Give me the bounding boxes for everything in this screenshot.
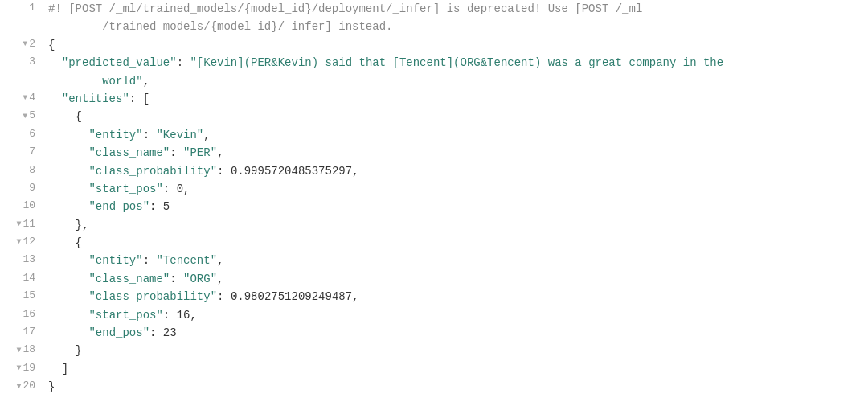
line-num-text: 16 bbox=[23, 306, 35, 323]
line-18: 18 } bbox=[0, 342, 868, 359]
line-15: 15 "class_probability": 0.98027512092494… bbox=[0, 288, 868, 306]
line-content-8: "class_probability": 0.9995720485375297, bbox=[42, 162, 868, 180]
line-5: 5 { bbox=[0, 108, 868, 125]
line-number-16: 16 bbox=[0, 306, 42, 323]
line-number-5: 5 bbox=[0, 108, 42, 125]
collapse-arrow-12[interactable] bbox=[16, 236, 21, 248]
line-num-text: 7 bbox=[29, 144, 35, 161]
collapse-arrow-18[interactable] bbox=[16, 344, 21, 357]
line-num-text: 4 bbox=[29, 90, 35, 107]
line-number-10: 10 bbox=[0, 198, 42, 215]
line-number-1: 1 bbox=[0, 0, 42, 17]
line-content-12: { bbox=[42, 234, 868, 252]
line-content-5: { bbox=[42, 108, 868, 125]
line-num-text: 10 bbox=[23, 198, 35, 215]
line-num-text: 2 bbox=[29, 36, 35, 53]
line-content-20: } bbox=[42, 378, 868, 396]
line-num-text: 17 bbox=[23, 324, 35, 341]
line-number-13: 13 bbox=[0, 252, 42, 269]
collapse-arrow-2[interactable] bbox=[23, 38, 27, 51]
line-number-2: 2 bbox=[0, 36, 42, 53]
line-number-15: 15 bbox=[0, 288, 42, 305]
line-10: 10 "end_pos": 5 bbox=[0, 198, 868, 215]
line-content-11: }, bbox=[42, 216, 868, 234]
collapse-arrow-19[interactable] bbox=[16, 362, 21, 375]
line-number-18: 18 bbox=[0, 342, 42, 359]
line-content-3: "predicted_value": "[Kevin](PER&Kevin) s… bbox=[42, 54, 868, 90]
line-number-8: 8 bbox=[0, 162, 42, 179]
line-9: 9 "start_pos": 0, bbox=[0, 180, 868, 198]
line-num-text: 9 bbox=[29, 180, 35, 197]
collapse-arrow-20[interactable] bbox=[16, 380, 21, 393]
line-num-text: 12 bbox=[23, 234, 35, 251]
line-6: 6 "entity": "Kevin", bbox=[0, 126, 868, 144]
line-20: 20 } bbox=[0, 378, 868, 396]
line-19: 19 ] bbox=[0, 360, 868, 378]
line-content-4: "entities": [ bbox=[42, 90, 868, 108]
line-content-16: "start_pos": 16, bbox=[42, 306, 868, 324]
collapse-arrow-5[interactable] bbox=[23, 110, 27, 123]
line-3: 3 "predicted_value": "[Kevin](PER&Kevin)… bbox=[0, 54, 868, 90]
line-number-11: 11 bbox=[0, 216, 42, 233]
line-num-text: 11 bbox=[23, 216, 35, 233]
line-number-20: 20 bbox=[0, 378, 42, 395]
line-number-19: 19 bbox=[0, 360, 42, 377]
line-content-1: #! [POST /_ml/trained_models/{model_id}/… bbox=[42, 0, 868, 36]
line-number-14: 14 bbox=[0, 270, 42, 287]
collapse-arrow-11[interactable] bbox=[16, 218, 21, 231]
line-content-15: "class_probability": 0.9802751209249487, bbox=[42, 288, 868, 306]
line-13: 13 "entity": "Tencent", bbox=[0, 252, 868, 269]
line-8: 8 "class_probability": 0.999572048537529… bbox=[0, 162, 868, 180]
line-content-17: "end_pos": 23 bbox=[42, 324, 868, 342]
line-content-6: "entity": "Kevin", bbox=[42, 126, 868, 144]
line-num-text: 6 bbox=[29, 126, 35, 143]
line-4: 4 "entities": [ bbox=[0, 90, 868, 108]
line-number-17: 17 bbox=[0, 324, 42, 341]
line-16: 16 "start_pos": 16, bbox=[0, 306, 868, 324]
line-content-9: "start_pos": 0, bbox=[42, 180, 868, 198]
line-content-13: "entity": "Tencent", bbox=[42, 252, 868, 269]
line-17: 17 "end_pos": 23 bbox=[0, 324, 868, 342]
line-content-7: "class_name": "PER", bbox=[42, 144, 868, 162]
line-num-text: 3 bbox=[29, 54, 35, 71]
line-11: 11 }, bbox=[0, 216, 868, 234]
line-num-text: 18 bbox=[23, 342, 35, 359]
line-number-9: 9 bbox=[0, 180, 42, 197]
line-2: 2 { bbox=[0, 36, 868, 54]
line-num-text: 5 bbox=[29, 108, 35, 125]
line-content-10: "end_pos": 5 bbox=[42, 198, 868, 215]
line-num-text: 15 bbox=[23, 288, 35, 305]
line-12: 12 { bbox=[0, 234, 868, 252]
line-1: 1 #! [POST /_ml/trained_models/{model_id… bbox=[0, 0, 868, 36]
line-number-3: 3 bbox=[0, 54, 42, 71]
code-viewer: 1 #! [POST /_ml/trained_models/{model_id… bbox=[0, 0, 868, 402]
line-number-7: 7 bbox=[0, 144, 42, 161]
line-num-text: 19 bbox=[23, 360, 35, 377]
line-14: 14 "class_name": "ORG", bbox=[0, 270, 868, 288]
line-num-text: 20 bbox=[23, 378, 35, 395]
line-number-4: 4 bbox=[0, 90, 42, 107]
line-num-text: 14 bbox=[23, 270, 35, 287]
line-number-6: 6 bbox=[0, 126, 42, 143]
collapse-arrow-4[interactable] bbox=[23, 92, 27, 105]
line-content-19: ] bbox=[42, 360, 868, 378]
line-content-18: } bbox=[42, 342, 868, 359]
comment-text: #! [POST /_ml/trained_models/{model_id}/… bbox=[48, 2, 642, 33]
line-content-14: "class_name": "ORG", bbox=[42, 270, 868, 288]
line-num-text: 1 bbox=[29, 0, 35, 17]
line-content-2: { bbox=[42, 36, 868, 54]
line-number-12: 12 bbox=[0, 234, 42, 251]
line-num-text: 13 bbox=[23, 252, 35, 269]
line-7: 7 "class_name": "PER", bbox=[0, 144, 868, 162]
line-num-text: 8 bbox=[29, 162, 35, 179]
